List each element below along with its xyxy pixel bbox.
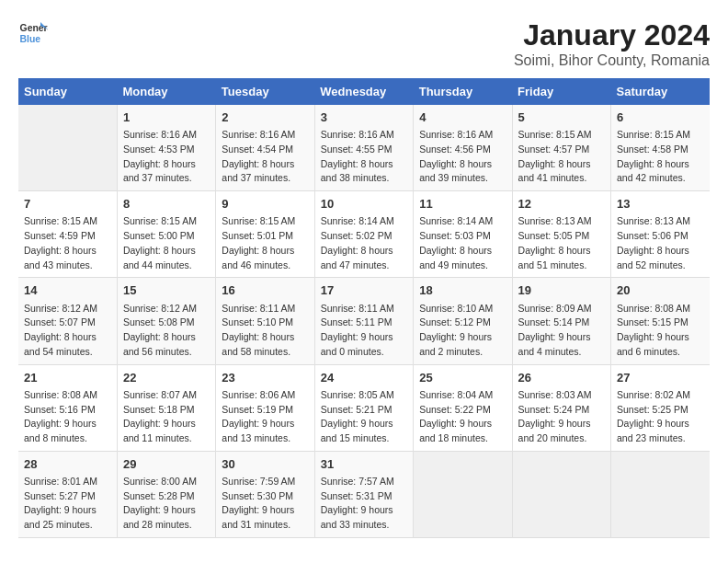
- day-info: Sunrise: 8:09 AMSunset: 5:14 PMDaylight:…: [518, 302, 605, 360]
- day-info: Sunrise: 8:15 AMSunset: 5:00 PMDaylight:…: [123, 214, 210, 272]
- day-info: Sunrise: 8:08 AMSunset: 5:15 PMDaylight:…: [617, 302, 704, 360]
- day-info: Sunrise: 8:14 AMSunset: 5:02 PMDaylight:…: [321, 214, 407, 272]
- weekday-header: Friday: [512, 78, 610, 105]
- day-info: Sunrise: 8:11 AMSunset: 5:11 PMDaylight:…: [321, 302, 407, 360]
- svg-text:Blue: Blue: [20, 34, 41, 44]
- calendar-cell: 21Sunrise: 8:08 AMSunset: 5:16 PMDayligh…: [18, 364, 117, 451]
- day-info: Sunrise: 8:15 AMSunset: 4:59 PMDaylight:…: [24, 214, 111, 272]
- day-number: 3: [321, 109, 407, 126]
- svg-text:General: General: [20, 23, 48, 33]
- day-number: 21: [24, 370, 111, 386]
- day-info: Sunrise: 8:01 AMSunset: 5:27 PMDaylight:…: [24, 475, 111, 533]
- day-number: 8: [123, 196, 210, 213]
- weekday-header: Saturday: [611, 78, 710, 105]
- calendar-cell: [18, 105, 117, 191]
- calendar-cell: 10Sunrise: 8:14 AMSunset: 5:02 PMDayligh…: [314, 191, 413, 278]
- day-number: 30: [222, 456, 308, 473]
- calendar-cell: 3Sunrise: 8:16 AMSunset: 4:55 PMDaylight…: [314, 105, 413, 191]
- calendar-week-row: 14Sunrise: 8:12 AMSunset: 5:07 PMDayligh…: [18, 278, 710, 364]
- calendar-cell: 5Sunrise: 8:15 AMSunset: 4:57 PMDaylight…: [512, 105, 610, 191]
- day-number: 4: [419, 109, 506, 126]
- calendar-cell: 14Sunrise: 8:12 AMSunset: 5:07 PMDayligh…: [18, 278, 117, 364]
- day-info: Sunrise: 8:15 AMSunset: 4:57 PMDaylight:…: [518, 128, 605, 186]
- day-number: 17: [321, 282, 407, 299]
- calendar-cell: [611, 451, 710, 537]
- day-info: Sunrise: 8:13 AMSunset: 5:05 PMDaylight:…: [518, 214, 605, 272]
- day-number: 11: [419, 196, 506, 213]
- calendar-cell: 29Sunrise: 8:00 AMSunset: 5:28 PMDayligh…: [117, 451, 215, 537]
- day-number: 9: [222, 196, 308, 213]
- day-number: 6: [617, 109, 704, 126]
- day-number: 20: [617, 282, 704, 299]
- calendar-cell: 25Sunrise: 8:04 AMSunset: 5:22 PMDayligh…: [414, 364, 512, 451]
- calendar-cell: 1Sunrise: 8:16 AMSunset: 4:53 PMDaylight…: [117, 105, 215, 191]
- day-number: 18: [419, 282, 506, 299]
- day-info: Sunrise: 7:57 AMSunset: 5:31 PMDaylight:…: [321, 475, 407, 533]
- day-info: Sunrise: 7:59 AMSunset: 5:30 PMDaylight:…: [222, 475, 308, 533]
- day-info: Sunrise: 8:12 AMSunset: 5:08 PMDaylight:…: [123, 302, 210, 360]
- day-info: Sunrise: 8:02 AMSunset: 5:25 PMDaylight:…: [617, 388, 704, 446]
- day-info: Sunrise: 8:15 AMSunset: 4:58 PMDaylight:…: [617, 128, 704, 186]
- day-number: 28: [24, 456, 111, 473]
- logo-icon: General Blue: [18, 18, 48, 48]
- day-info: Sunrise: 8:16 AMSunset: 4:53 PMDaylight:…: [123, 128, 210, 186]
- weekday-header: Monday: [117, 78, 215, 105]
- calendar-week-row: 21Sunrise: 8:08 AMSunset: 5:16 PMDayligh…: [18, 364, 710, 451]
- day-info: Sunrise: 8:10 AMSunset: 5:12 PMDaylight:…: [419, 302, 506, 360]
- calendar-cell: 16Sunrise: 8:11 AMSunset: 5:10 PMDayligh…: [216, 278, 314, 364]
- calendar-cell: 6Sunrise: 8:15 AMSunset: 4:58 PMDaylight…: [611, 105, 710, 191]
- page-subtitle: Soimi, Bihor County, Romania: [514, 52, 710, 69]
- calendar-cell: 22Sunrise: 8:07 AMSunset: 5:18 PMDayligh…: [117, 364, 215, 451]
- page-title: January 2024: [514, 18, 710, 52]
- day-number: 31: [321, 456, 407, 473]
- weekday-header: Thursday: [414, 78, 512, 105]
- day-info: Sunrise: 8:05 AMSunset: 5:21 PMDaylight:…: [321, 388, 407, 446]
- calendar-cell: 31Sunrise: 7:57 AMSunset: 5:31 PMDayligh…: [314, 451, 413, 537]
- page-header: General Blue January 2024 Soimi, Bihor C…: [18, 18, 710, 69]
- calendar-cell: 28Sunrise: 8:01 AMSunset: 5:27 PMDayligh…: [18, 451, 117, 537]
- day-number: 14: [24, 282, 111, 299]
- day-info: Sunrise: 8:03 AMSunset: 5:24 PMDaylight:…: [518, 388, 605, 446]
- logo: General Blue: [18, 18, 48, 48]
- day-number: 29: [123, 456, 210, 473]
- title-section: January 2024 Soimi, Bihor County, Romani…: [514, 18, 710, 69]
- weekday-header: Wednesday: [314, 78, 413, 105]
- day-info: Sunrise: 8:06 AMSunset: 5:19 PMDaylight:…: [222, 388, 308, 446]
- day-number: 15: [123, 282, 210, 299]
- day-number: 1: [123, 109, 210, 126]
- day-info: Sunrise: 8:12 AMSunset: 5:07 PMDaylight:…: [24, 302, 111, 360]
- calendar-week-row: 1Sunrise: 8:16 AMSunset: 4:53 PMDaylight…: [18, 105, 710, 191]
- calendar-cell: [414, 451, 512, 537]
- day-number: 22: [123, 370, 210, 386]
- day-number: 25: [419, 370, 506, 386]
- calendar-week-row: 7Sunrise: 8:15 AMSunset: 4:59 PMDaylight…: [18, 191, 710, 278]
- calendar-cell: 2Sunrise: 8:16 AMSunset: 4:54 PMDaylight…: [216, 105, 314, 191]
- day-number: 23: [222, 370, 308, 386]
- calendar-cell: 13Sunrise: 8:13 AMSunset: 5:06 PMDayligh…: [611, 191, 710, 278]
- day-number: 26: [518, 370, 605, 386]
- calendar-cell: 11Sunrise: 8:14 AMSunset: 5:03 PMDayligh…: [414, 191, 512, 278]
- day-number: 10: [321, 196, 407, 213]
- calendar-cell: 26Sunrise: 8:03 AMSunset: 5:24 PMDayligh…: [512, 364, 610, 451]
- day-number: 27: [617, 370, 704, 386]
- calendar-cell: [512, 451, 610, 537]
- day-number: 5: [518, 109, 605, 126]
- weekday-header: Sunday: [18, 78, 117, 105]
- calendar-table: SundayMondayTuesdayWednesdayThursdayFrid…: [18, 78, 710, 538]
- day-number: 16: [222, 282, 308, 299]
- calendar-cell: 30Sunrise: 7:59 AMSunset: 5:30 PMDayligh…: [216, 451, 314, 537]
- day-info: Sunrise: 8:16 AMSunset: 4:54 PMDaylight:…: [222, 128, 308, 186]
- day-number: 19: [518, 282, 605, 299]
- day-number: 12: [518, 196, 605, 213]
- day-number: 7: [24, 196, 111, 213]
- day-number: 2: [222, 109, 308, 126]
- calendar-cell: 18Sunrise: 8:10 AMSunset: 5:12 PMDayligh…: [414, 278, 512, 364]
- calendar-cell: 8Sunrise: 8:15 AMSunset: 5:00 PMDaylight…: [117, 191, 215, 278]
- calendar-cell: 15Sunrise: 8:12 AMSunset: 5:08 PMDayligh…: [117, 278, 215, 364]
- calendar-cell: 27Sunrise: 8:02 AMSunset: 5:25 PMDayligh…: [611, 364, 710, 451]
- calendar-cell: 19Sunrise: 8:09 AMSunset: 5:14 PMDayligh…: [512, 278, 610, 364]
- calendar-cell: 4Sunrise: 8:16 AMSunset: 4:56 PMDaylight…: [414, 105, 512, 191]
- day-info: Sunrise: 8:11 AMSunset: 5:10 PMDaylight:…: [222, 302, 308, 360]
- day-info: Sunrise: 8:16 AMSunset: 4:56 PMDaylight:…: [419, 128, 506, 186]
- day-number: 13: [617, 196, 704, 213]
